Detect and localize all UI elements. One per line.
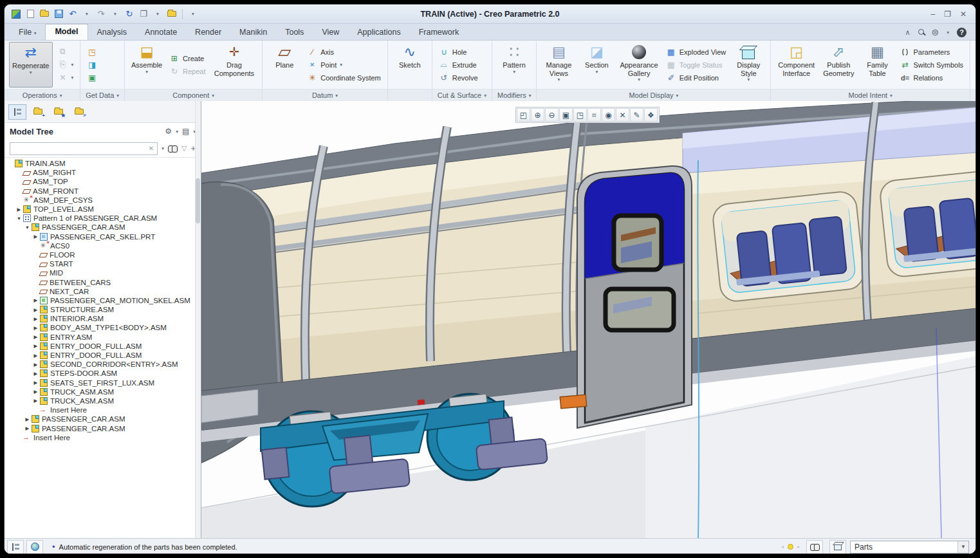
graphics-viewport[interactable]: ◰ ⊕ ⊖ ▣ ◳ ⌗ ◉ ✕ ✎ ❖ bbox=[201, 101, 975, 538]
group-label-get-data[interactable]: Get Data▾ bbox=[80, 89, 124, 101]
tree-item[interactable]: TRAIN.ASM bbox=[5, 159, 201, 168]
axis-button[interactable]: ∕Axis bbox=[305, 46, 383, 58]
tree-settings-icon[interactable]: ⚙ bbox=[165, 127, 172, 136]
selection-filter-dropdown[interactable]: Parts ▼ bbox=[850, 541, 969, 553]
tab-tools[interactable]: Tools bbox=[276, 25, 313, 40]
qat-customize-dropdown[interactable]: ▾ bbox=[188, 8, 198, 20]
minimize-button[interactable]: – bbox=[930, 10, 935, 19]
regeneration-status-lamp[interactable] bbox=[788, 544, 793, 550]
tree-item[interactable]: ASM_TOP bbox=[5, 177, 201, 186]
edit-position-button[interactable]: ✐Edit Position bbox=[664, 71, 728, 84]
tree-item[interactable]: ▶ PASSENGER_CAR_SKEL.PRT bbox=[5, 232, 201, 241]
command-search-icon[interactable] bbox=[918, 28, 924, 36]
tree-item[interactable]: ▼ Pattern 1 of PASSENGER_CAR.ASM bbox=[5, 214, 201, 223]
folder-browser-tab[interactable]: + bbox=[29, 104, 47, 120]
tree-item[interactable]: ▶ ENTRY.ASM bbox=[5, 333, 201, 342]
redo-button[interactable]: ↷ bbox=[96, 8, 106, 20]
paste-button[interactable]: ⎘▾ bbox=[56, 59, 76, 71]
toggle-browser-button[interactable] bbox=[26, 540, 43, 554]
coordinate-system-button[interactable]: ✳Coordinate System bbox=[305, 71, 383, 84]
tree-item[interactable]: ▶ BODY_ASM_TYPE1<BODY>.ASM bbox=[5, 323, 201, 332]
repeat-button[interactable]: ↻Repeat bbox=[167, 65, 207, 77]
copy-button[interactable]: ⧉ bbox=[56, 46, 76, 58]
tree-item[interactable]: ▶ INTERIOR.ASM bbox=[5, 314, 201, 323]
tree-columns-icon[interactable]: ▤ bbox=[182, 127, 189, 136]
undo-dropdown[interactable]: ▾ bbox=[82, 8, 92, 20]
family-table-button[interactable]: ▦ Family Table bbox=[860, 42, 894, 88]
revolve-button[interactable]: ↺Revolve bbox=[437, 71, 480, 84]
tab-view[interactable]: View bbox=[313, 25, 348, 40]
group-label-model-intent[interactable]: Model Intent▾ bbox=[771, 89, 970, 101]
publish-geometry-button[interactable]: ⬀ Publish Geometry bbox=[820, 42, 856, 88]
open-file-button[interactable] bbox=[39, 8, 50, 20]
train-3d-model[interactable] bbox=[201, 101, 975, 538]
group-label-component[interactable]: Component▾ bbox=[125, 89, 262, 101]
tree-item[interactable]: ▶ ENTRY_DOOR_FULL.ASM bbox=[5, 351, 201, 360]
windows-dropdown[interactable]: ▾ bbox=[153, 8, 163, 20]
tab-file[interactable]: File ▾ bbox=[10, 25, 45, 40]
shrinkwrap-button[interactable]: ▣ bbox=[85, 71, 99, 84]
new-file-button[interactable] bbox=[25, 8, 35, 20]
tab-render[interactable]: Render bbox=[186, 25, 230, 40]
sketch-button[interactable]: ∿ Sketch bbox=[393, 42, 427, 88]
window-2[interactable] bbox=[879, 167, 975, 278]
app-icon[interactable] bbox=[11, 8, 21, 20]
named-views-button[interactable]: ⌗ bbox=[587, 108, 601, 122]
tree-item[interactable]: Insert Here bbox=[5, 433, 201, 442]
connections-tab[interactable]: ⌕ bbox=[70, 104, 88, 120]
exploded-view-button[interactable]: ▦Exploded View bbox=[664, 46, 728, 58]
tab-analysis[interactable]: Analysis bbox=[88, 25, 136, 40]
tree-item[interactable]: ▶ SEATS_SET_FIRST_LUX.ASM bbox=[5, 378, 201, 387]
group-label-cut-surface[interactable]: Cut & Surface▾ bbox=[432, 89, 492, 101]
tree-item[interactable]: ASM_FRONT bbox=[5, 187, 201, 196]
tab-applications[interactable]: Applications bbox=[348, 25, 409, 40]
tree-scrollbar[interactable] bbox=[195, 101, 201, 538]
tree-item[interactable]: START bbox=[5, 259, 201, 268]
tab-annotate[interactable]: Annotate bbox=[136, 25, 186, 40]
manage-views-button[interactable]: ▤ Manage Views▾ bbox=[541, 42, 576, 88]
assemble-button[interactable]: ⬓ Assemble▾ bbox=[129, 42, 164, 88]
relations-button[interactable]: d=Relations bbox=[898, 71, 965, 84]
select-geometry-button[interactable] bbox=[829, 540, 846, 554]
section-button[interactable]: ◪ Section▾ bbox=[579, 42, 614, 88]
search-clear-icon[interactable]: ✕ bbox=[149, 145, 154, 152]
window-1[interactable] bbox=[712, 191, 865, 303]
datum-display-button[interactable]: ✕ bbox=[616, 108, 629, 122]
tree-item[interactable]: ACS0 bbox=[5, 241, 201, 250]
close-window-button[interactable] bbox=[167, 8, 177, 20]
tree-item[interactable]: ASM_RIGHT bbox=[5, 168, 201, 177]
collapse-ribbon-button[interactable]: ∧ bbox=[905, 28, 910, 37]
refit-button[interactable]: ▣ bbox=[559, 108, 573, 122]
tab-framework[interactable]: Framework bbox=[410, 25, 468, 40]
entry-door[interactable] bbox=[560, 166, 692, 428]
display-style-button[interactable]: ◳ bbox=[573, 108, 587, 122]
favorites-tab[interactable]: ★ bbox=[50, 104, 68, 120]
import-button[interactable]: ◳ bbox=[85, 46, 99, 58]
plane-button[interactable]: ▱ Plane bbox=[267, 42, 302, 88]
resources-button[interactable]: ⊜ bbox=[932, 27, 939, 37]
create-button[interactable]: ⊞Create bbox=[167, 52, 207, 64]
close-button[interactable]: ✕ bbox=[960, 10, 966, 19]
restore-button[interactable]: ❐ bbox=[944, 10, 951, 19]
component-interface-button[interactable]: ◲ Component Interface bbox=[775, 42, 817, 88]
zoom-in-button[interactable]: ⊕ bbox=[531, 108, 544, 122]
tree-item[interactable]: MID bbox=[5, 268, 201, 277]
group-label-modifiers[interactable]: Modifiers▾ bbox=[492, 89, 536, 101]
tree-item[interactable]: ▶ TOP_LEVEL.ASM bbox=[5, 205, 201, 214]
tree-item[interactable]: ▶ STRUCTURE.ASM bbox=[5, 305, 201, 314]
copy-geometry-button[interactable]: ◨ bbox=[85, 59, 99, 71]
hole-button[interactable]: ∪Hole bbox=[437, 46, 480, 58]
capture-button[interactable]: ◉ bbox=[602, 108, 615, 122]
parameters-button[interactable]: ( )Parameters bbox=[898, 46, 965, 58]
display-style-button[interactable]: Display Style▾ bbox=[731, 42, 766, 88]
annotation-display-button[interactable]: ✎ bbox=[630, 108, 643, 122]
group-label-datum[interactable]: Datum▾ bbox=[263, 89, 387, 101]
find-button[interactable] bbox=[806, 540, 823, 554]
tree-item[interactable]: Insert Here bbox=[5, 405, 201, 414]
zoom-region-button[interactable]: ◰ bbox=[517, 108, 530, 122]
pattern-button[interactable]: ∷ Pattern▾ bbox=[497, 42, 532, 88]
point-button[interactable]: ✕Point ▾ bbox=[305, 59, 383, 71]
tree-item[interactable]: FLOOR bbox=[5, 250, 201, 259]
bill-of-materials-button[interactable]: ≣ Bill of Materials bbox=[975, 42, 976, 88]
tree-item[interactable]: ▼ PASSENGER_CAR.ASM bbox=[5, 223, 201, 232]
